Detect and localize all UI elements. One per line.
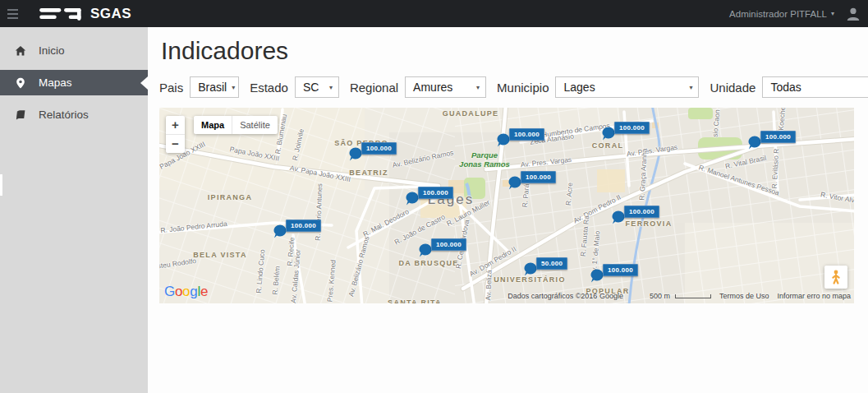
pegman-icon: [830, 270, 842, 284]
chevron-down-icon: ▾: [476, 84, 480, 91]
selected-value: Amures: [413, 81, 452, 94]
brand-name: SGAS: [90, 6, 131, 22]
chevron-down-icon: ▾: [831, 10, 834, 17]
pais-select[interactable]: Brasil▾: [190, 76, 239, 98]
sidebar-item-label: Mapas: [39, 76, 72, 89]
selected-value: Lages: [563, 81, 595, 94]
map-type-mapa-button[interactable]: Mapa: [194, 116, 232, 134]
marker-pin-icon: [419, 243, 432, 257]
sidebar-scroll-mark: [0, 174, 2, 196]
park-label: ParqueJonas Ramos: [459, 151, 510, 169]
marker-value-label[interactable]: 50.000: [536, 257, 567, 270]
marker-pin-icon: [406, 192, 419, 206]
sidebar-item-label: Relatórios: [39, 109, 89, 121]
filter-estado: EstadoSC▾: [250, 76, 339, 98]
marker-pin-icon: [748, 136, 761, 150]
map-marker-pin[interactable]: [419, 243, 432, 261]
neighborhood-label: IPIRANGA: [208, 193, 252, 201]
estado-select[interactable]: SC▾: [295, 76, 339, 98]
sidebar-item-inicio[interactable]: Inicio: [0, 38, 148, 63]
marker-pin-icon: [612, 210, 625, 224]
map-marker-pin[interactable]: [602, 127, 615, 144]
marker-pin-icon: [273, 224, 287, 238]
marker-value-label[interactable]: 100.000: [521, 171, 556, 183]
marker-pin-icon: [602, 127, 615, 141]
report-error-link[interactable]: Informar erro no mapa: [777, 292, 851, 300]
sidebar-item-label: Inicio: [39, 44, 65, 57]
municipio-select[interactable]: Lages▾: [555, 76, 699, 98]
selected-value: Brasil: [198, 81, 227, 94]
filter-regional: RegionalAmures▾: [350, 76, 486, 98]
main-content: Indicadores PaisBrasil▾EstadoSC▾Regional…: [148, 27, 868, 393]
filter-label-municipio: Municipio: [497, 81, 549, 95]
filter-bar: PaisBrasil▾EstadoSC▾RegionalAmures▾Munic…: [159, 76, 868, 98]
map-type-switcher: MapaSatélite: [194, 116, 278, 134]
filter-municipio: MunicipioLages▾: [497, 76, 699, 98]
map-attribution: Dados cartográficos ©2016 Google 500 m T…: [507, 292, 851, 300]
map-marker-pin[interactable]: [524, 262, 537, 280]
neighborhood-label: BEATRIZ: [349, 169, 388, 177]
street-label: Av. Belizá: [484, 270, 493, 300]
regional-select[interactable]: Amures▾: [405, 76, 486, 98]
scale-bar-icon: [675, 294, 711, 298]
sidebar: InicioMapasRelatórios: [0, 27, 148, 393]
menu-toggle-button[interactable]: [0, 0, 28, 27]
user-icon[interactable]: [845, 6, 861, 22]
filter-label-estado: Estado: [250, 81, 288, 95]
zoom-out-button[interactable]: −: [166, 135, 185, 153]
book-icon: [15, 109, 26, 121]
map-type-satelite-button[interactable]: Satélite: [232, 116, 278, 134]
filter-unidade: UnidadeTodas▾: [710, 76, 868, 98]
map-scale: 500 m: [650, 292, 711, 300]
map-marker-pin[interactable]: [748, 136, 761, 153]
map-marker-pin[interactable]: [273, 224, 287, 242]
google-logo[interactable]: Google: [164, 284, 208, 300]
map-marker-pin[interactable]: [590, 269, 604, 286]
marker-value-label[interactable]: 100.000: [431, 238, 466, 251]
brand-logo-icon: [36, 5, 82, 23]
map-pin-icon: [15, 77, 26, 89]
chevron-down-icon: ▾: [689, 84, 692, 91]
page-title: Indicadores: [161, 37, 868, 65]
terms-link[interactable]: Termos de Uso: [719, 292, 769, 300]
sidebar-item-mapas[interactable]: Mapas: [0, 70, 148, 95]
marker-value-label[interactable]: 100.000: [624, 206, 659, 218]
map-marker-pin[interactable]: [349, 147, 362, 164]
marker-value-label[interactable]: 100.000: [603, 264, 638, 276]
neighborhood-label: GUADALUPE: [443, 109, 499, 118]
marker-value-label[interactable]: 100.000: [614, 122, 650, 134]
marker-pin-icon: [590, 269, 604, 283]
selected-value: SC: [303, 81, 319, 94]
home-icon: [15, 45, 26, 57]
pegman-button[interactable]: [824, 266, 847, 289]
marker-pin-icon: [349, 147, 362, 161]
map-marker-pin[interactable]: [508, 176, 521, 193]
map-canvas[interactable]: GUADALUPESÃO PEDROCORALBEATRIZIPIRANGABE…: [159, 108, 854, 303]
filter-label-regional: Regional: [350, 81, 398, 95]
filter-label-unidade: Unidade: [710, 81, 755, 95]
map-copyright: Dados cartográficos ©2016 Google: [507, 292, 623, 300]
map-marker-pin[interactable]: [406, 192, 419, 209]
app-header: SGAS Administrador PITFALL ▾: [0, 0, 868, 27]
marker-value-label[interactable]: 100.000: [418, 187, 453, 199]
user-menu[interactable]: Administrador PITFALL ▾: [729, 0, 861, 27]
neighborhood-label: SANTA RITA: [388, 298, 442, 303]
neighborhood-label: FERROVIA: [626, 220, 673, 228]
neighborhood-label: BELA VISTA: [193, 251, 247, 259]
brand: SGAS: [36, 5, 131, 23]
marker-value-label[interactable]: 100.000: [760, 131, 796, 143]
chevron-down-icon: ▾: [232, 84, 235, 91]
map-marker-pin[interactable]: [612, 210, 625, 228]
unidade-select[interactable]: Todas▾: [762, 76, 868, 98]
marker-pin-icon: [508, 176, 521, 190]
marker-value-label[interactable]: 100.000: [509, 128, 544, 141]
map-zoom-control: + −: [166, 116, 185, 153]
filter-pais: PaisBrasil▾: [159, 76, 239, 98]
sidebar-item-relatorios[interactable]: Relatórios: [0, 102, 148, 127]
marker-pin-icon: [524, 262, 537, 276]
user-name: Administrador PITFALL: [729, 9, 827, 19]
marker-value-label[interactable]: 100.000: [361, 142, 397, 155]
zoom-in-button[interactable]: +: [166, 116, 185, 134]
marker-value-label[interactable]: 100.000: [286, 220, 321, 232]
map-marker-pin[interactable]: [497, 133, 510, 150]
